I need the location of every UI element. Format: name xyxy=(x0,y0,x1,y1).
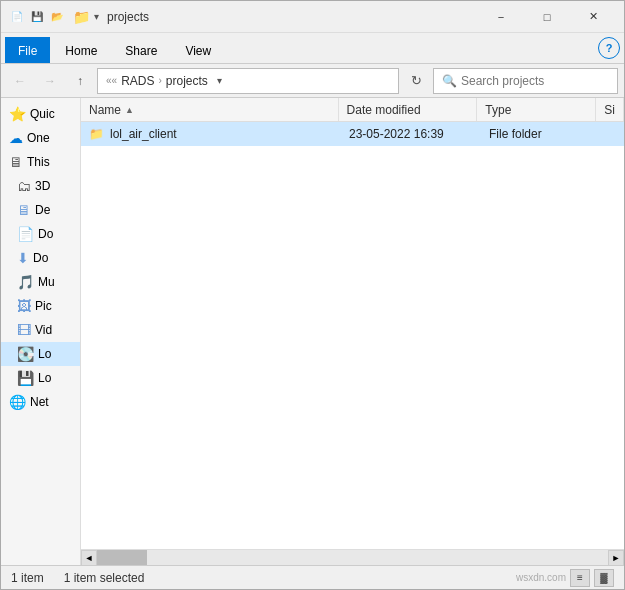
sidebar-item-documents[interactable]: 📄 Do xyxy=(1,222,80,246)
network-icon: 🌐 xyxy=(9,394,26,410)
refresh-button[interactable]: ↻ xyxy=(403,68,429,94)
help-button[interactable]: ? xyxy=(598,37,620,59)
col-header-date[interactable]: Date modified xyxy=(339,98,478,121)
ribbon-tab-bar: File Home Share View ? xyxy=(1,33,624,63)
file-row-lol-air-client[interactable]: 📁 lol_air_client 23-05-2022 16:39 File f… xyxy=(81,122,624,146)
file-list: 📁 lol_air_client 23-05-2022 16:39 File f… xyxy=(81,122,624,549)
sidebar-item-downloads[interactable]: ⬇ Do xyxy=(1,246,80,270)
sidebar-label-pictures: Pic xyxy=(35,299,52,313)
sort-arrow-icon: ▲ xyxy=(125,105,134,115)
sidebar-label-this-pc: This xyxy=(27,155,50,169)
videos-icon: 🎞 xyxy=(17,322,31,338)
sidebar-label-3d: 3D xyxy=(35,179,50,193)
explorer-window: 📄 💾 📂 📁 ▾ projects − □ ✕ File Home Share… xyxy=(0,0,625,590)
title-bar-system-icons: 📄 💾 📂 xyxy=(9,9,65,25)
search-icon: 🔍 xyxy=(442,74,457,88)
watermark: wsxdn.com xyxy=(516,572,566,583)
breadcrumb-separator-1: «« xyxy=(106,75,117,86)
sidebar-item-music[interactable]: 🎵 Mu xyxy=(1,270,80,294)
sidebar-label-videos: Vid xyxy=(35,323,52,337)
folder-icon: 📁 xyxy=(89,127,104,141)
sidebar-item-local2[interactable]: 💾 Lo xyxy=(1,366,80,390)
pictures-icon: 🖼 xyxy=(17,298,31,314)
file-name: lol_air_client xyxy=(110,127,177,141)
breadcrumb-rads[interactable]: RADS xyxy=(121,74,154,88)
breadcrumb-projects[interactable]: projects xyxy=(166,74,208,88)
tab-home[interactable]: Home xyxy=(52,37,110,63)
view-toggle-list[interactable]: ≡ xyxy=(570,569,590,587)
sidebar-item-pictures[interactable]: 🖼 Pic xyxy=(1,294,80,318)
maximize-button[interactable]: □ xyxy=(524,1,570,33)
scroll-left-button[interactable]: ◄ xyxy=(81,550,97,566)
main-area: ⭐ Quic ☁ One 🖥 This 🗂 3D 🖥 De 📄 Do xyxy=(1,98,624,565)
file-type-cell: File folder xyxy=(481,127,601,141)
sidebar-item-this-pc[interactable]: 🖥 This xyxy=(1,150,80,174)
status-bar: 1 item 1 item selected wsxdn.com ≡ ▓ xyxy=(1,565,624,589)
window-title: projects xyxy=(107,10,478,24)
forward-button[interactable]: → xyxy=(37,68,63,94)
col-header-type[interactable]: Type xyxy=(477,98,596,121)
address-dropdown-button[interactable]: ▾ xyxy=(212,73,228,89)
view-toggle-grid[interactable]: ▓ xyxy=(594,569,614,587)
cloud-icon: ☁ xyxy=(9,130,23,146)
sidebar-item-local-disk[interactable]: 💽 Lo xyxy=(1,342,80,366)
tab-view[interactable]: View xyxy=(172,37,224,63)
col-header-size[interactable]: Si xyxy=(596,98,624,121)
documents-icon: 📄 xyxy=(17,226,34,242)
selected-count: 1 item selected xyxy=(64,571,145,585)
sidebar-item-3d-objects[interactable]: 🗂 3D xyxy=(1,174,80,198)
tab-file[interactable]: File xyxy=(5,37,50,63)
sidebar-label-downloads: Do xyxy=(33,251,48,265)
sidebar-label-quick-access: Quic xyxy=(30,107,55,121)
file-name-cell: 📁 lol_air_client xyxy=(81,127,341,141)
scroll-track[interactable] xyxy=(97,550,608,565)
sidebar-label-local: Lo xyxy=(38,347,51,361)
sidebar-item-videos[interactable]: 🎞 Vid xyxy=(1,318,80,342)
item-count: 1 item xyxy=(11,571,44,585)
window-controls: − □ ✕ xyxy=(478,1,616,33)
horizontal-scrollbar[interactable]: ◄ ► xyxy=(81,549,624,565)
local2-icon: 💾 xyxy=(17,370,34,386)
downloads-icon: ⬇ xyxy=(17,250,29,266)
3d-objects-icon: 🗂 xyxy=(17,178,31,194)
sidebar: ⭐ Quic ☁ One 🖥 This 🗂 3D 🖥 De 📄 Do xyxy=(1,98,81,565)
column-headers: Name ▲ Date modified Type Si xyxy=(81,98,624,122)
col-header-name[interactable]: Name ▲ xyxy=(81,98,339,121)
system-icon-3: 📂 xyxy=(49,9,65,25)
sidebar-item-desktop[interactable]: 🖥 De xyxy=(1,198,80,222)
minimize-button[interactable]: − xyxy=(478,1,524,33)
sidebar-label-music: Mu xyxy=(38,275,55,289)
sidebar-label-network: Net xyxy=(30,395,49,409)
system-icon-2: 💾 xyxy=(29,9,45,25)
address-box[interactable]: «« RADS › projects ▾ xyxy=(97,68,399,94)
scroll-thumb[interactable] xyxy=(97,550,147,565)
local-disk-icon: 💽 xyxy=(17,346,34,362)
status-right: wsxdn.com ≡ ▓ xyxy=(516,569,614,587)
sidebar-label-desktop: De xyxy=(35,203,50,217)
address-bar-row: ← → ↑ «« RADS › projects ▾ ↻ 🔍 xyxy=(1,64,624,98)
title-folder-icon: 📁 xyxy=(73,9,90,25)
file-date-cell: 23-05-2022 16:39 xyxy=(341,127,481,141)
close-button[interactable]: ✕ xyxy=(570,1,616,33)
sidebar-label-onedrive: One xyxy=(27,131,50,145)
ribbon: File Home Share View ? xyxy=(1,33,624,64)
desktop-icon: 🖥 xyxy=(17,202,31,218)
search-input[interactable] xyxy=(461,74,609,88)
sidebar-item-quick-access[interactable]: ⭐ Quic xyxy=(1,102,80,126)
up-button[interactable]: ↑ xyxy=(67,68,93,94)
back-button[interactable]: ← xyxy=(7,68,33,94)
title-arrow-icon: ▾ xyxy=(94,11,99,22)
sidebar-label-documents: Do xyxy=(38,227,53,241)
file-area: Name ▲ Date modified Type Si 📁 xyxy=(81,98,624,565)
sidebar-item-network[interactable]: 🌐 Net xyxy=(1,390,80,414)
breadcrumb: «« RADS › projects xyxy=(106,74,208,88)
system-icon-1: 📄 xyxy=(9,9,25,25)
scroll-right-button[interactable]: ► xyxy=(608,550,624,566)
sidebar-label-local2: Lo xyxy=(38,371,51,385)
tab-share[interactable]: Share xyxy=(112,37,170,63)
breadcrumb-sep-1: › xyxy=(158,75,161,86)
title-bar: 📄 💾 📂 📁 ▾ projects − □ ✕ xyxy=(1,1,624,33)
sidebar-item-onedrive[interactable]: ☁ One xyxy=(1,126,80,150)
star-icon: ⭐ xyxy=(9,106,26,122)
search-box[interactable]: 🔍 xyxy=(433,68,618,94)
